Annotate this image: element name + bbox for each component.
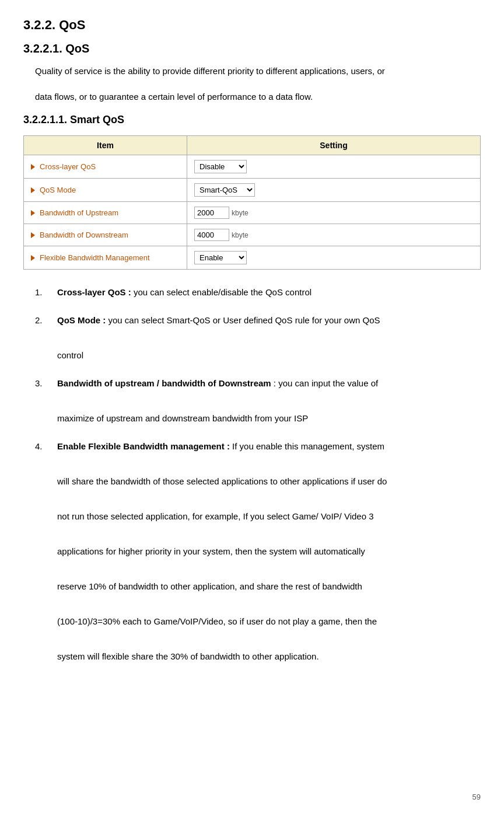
list-bold-0: Cross-layer QoS :	[57, 287, 131, 297]
list-num-1: 2.	[35, 312, 49, 364]
input-3[interactable]	[194, 229, 229, 241]
select-4[interactable]: EnableDisable	[194, 251, 247, 264]
table-row-setting-3: kbyte	[187, 224, 481, 246]
page-number: 59	[473, 793, 481, 801]
input-2[interactable]	[194, 207, 229, 219]
row-label-text-0: Cross-layer QoS	[40, 162, 96, 171]
unit-label-3: kbyte	[232, 231, 249, 239]
row-label-text-2: Bandwidth of Upstream	[40, 208, 118, 217]
table-row-label-1: QoS Mode	[24, 179, 187, 202]
list-num-0: 1.	[35, 284, 49, 301]
table-row-label-2: Bandwidth of Upstream	[24, 202, 187, 224]
list-bold-1: QoS Mode :	[57, 315, 106, 325]
table-col-setting: Setting	[187, 136, 481, 155]
list-section: 1.Cross-layer QoS : you can select enabl…	[35, 284, 481, 665]
table-row-setting-1: Smart-QoSUser defined	[187, 179, 481, 202]
table-col-item: Item	[24, 136, 187, 155]
select-0[interactable]: DisableEnable	[194, 160, 247, 173]
row-label-text-3: Bandwidth of Downstream	[40, 231, 128, 239]
list-item-1: 2.QoS Mode : you can select Smart-QoS or…	[35, 312, 481, 364]
settings-table: Item Setting Cross-layer QoSDisableEnabl…	[23, 135, 481, 270]
arrow-icon-0	[31, 164, 35, 170]
settings-table-wrapper: Item Setting Cross-layer QoSDisableEnabl…	[23, 135, 481, 270]
list-content-0: Cross-layer QoS : you can select enable/…	[57, 284, 481, 301]
intro-text-1: Quality of service is the ability to pro…	[35, 62, 481, 80]
table-row-setting-2: kbyte	[187, 202, 481, 224]
table-row-label-3: Bandwidth of Downstream	[24, 224, 187, 246]
main-heading: 3.2.2. QoS	[23, 18, 481, 33]
intro-text-2: data flows, or to guarantee a certain le…	[35, 88, 481, 106]
list-item-3: 4.Enable Flexible Bandwidth management :…	[35, 438, 481, 665]
section-heading: 3.2.2.1.1. Smart QoS	[23, 114, 481, 126]
list-content-1: QoS Mode : you can select Smart-QoS or U…	[57, 312, 481, 364]
arrow-icon-2	[31, 210, 35, 216]
table-row-setting-4: EnableDisable	[187, 246, 481, 270]
list-item-0: 1.Cross-layer QoS : you can select enabl…	[35, 284, 481, 301]
arrow-icon-3	[31, 232, 35, 238]
list-bold-2: Bandwidth of upstream / bandwidth of Dow…	[57, 378, 271, 388]
sub-heading: 3.2.2.1. QoS	[23, 42, 481, 55]
list-num-2: 3.	[35, 375, 49, 427]
row-label-text-1: QoS Mode	[40, 186, 76, 194]
table-row-setting-0: DisableEnable	[187, 155, 481, 179]
table-row-label-0: Cross-layer QoS	[24, 155, 187, 179]
list-content-3: Enable Flexible Bandwidth management : I…	[57, 438, 481, 665]
row-label-text-4: Flexible Bandwidth Management	[40, 253, 150, 262]
list-num-3: 4.	[35, 438, 49, 665]
list-content-2: Bandwidth of upstream / bandwidth of Dow…	[57, 375, 481, 427]
arrow-icon-4	[31, 255, 35, 261]
arrow-icon-1	[31, 187, 35, 193]
list-bold-3: Enable Flexible Bandwidth management :	[57, 441, 230, 451]
list-item-2: 3.Bandwidth of upstream / bandwidth of D…	[35, 375, 481, 427]
select-1[interactable]: Smart-QoSUser defined	[194, 183, 255, 197]
table-row-label-4: Flexible Bandwidth Management	[24, 246, 187, 270]
unit-label-2: kbyte	[232, 209, 249, 217]
